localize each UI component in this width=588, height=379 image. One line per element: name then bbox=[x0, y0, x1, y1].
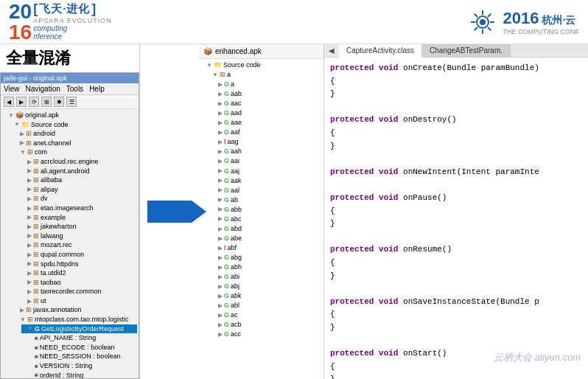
code-line-2: { bbox=[330, 75, 582, 88]
enhanced-tree-root: ▼ ⊞ a ▶Ga ▶Gaab ▶Gaac ▶Gaad ▶Gaae ▶Gaaf … bbox=[200, 70, 322, 339]
pkg-etao: ▶⊞etao.imagesearch bbox=[21, 204, 137, 213]
right-city: 杭州·云 bbox=[542, 14, 575, 27]
item-aal: ▶Gaal bbox=[212, 186, 322, 195]
logo-numbers: 20 16 [ 飞天·进化 ] APSARA EVOLUTION computi… bbox=[9, 1, 112, 43]
code-line-12: { bbox=[330, 205, 582, 218]
tab-change-ab[interactable]: ChangeABTestParam. bbox=[422, 44, 511, 57]
gear-logo-icon bbox=[468, 7, 497, 37]
class-fields: ■API_NAME : String ■NEED_ECODE : boolean… bbox=[21, 333, 137, 378]
code-line-4 bbox=[330, 101, 582, 114]
pkg-example: ▶⊞example bbox=[21, 213, 137, 223]
ide-menu-bar: View Navigation Tools Help bbox=[1, 83, 139, 95]
tree-root: ▼ 📦 original.apk bbox=[2, 111, 137, 120]
main-content: 全量混淆 jade-gui - original.apk View Naviga… bbox=[0, 44, 588, 379]
middle-panel: 📦 enhanced.apk ▼ 📁 Source code ▼ ⊞ a ▶Ga… bbox=[199, 44, 324, 379]
code-line-15: protected void onResume() bbox=[330, 243, 582, 257]
item-aab: ▶Gaab bbox=[212, 89, 322, 99]
selected-class-item[interactable]: ▼ G GetLogisticByOrderRequest bbox=[21, 324, 137, 334]
pkg-alipay: ▶⊞alipay bbox=[21, 185, 137, 195]
pkg-lalwang: ▶⊞lalwang bbox=[21, 232, 137, 241]
bracket-close: ] bbox=[91, 1, 96, 17]
code-line-18 bbox=[330, 282, 582, 296]
field-session: ■NEED_SESSION : boolean bbox=[29, 352, 137, 361]
field-ecode: ■NEED_ECODE : boolean bbox=[29, 343, 137, 352]
logo-text: [ 飞天·进化 ] APSARA EVOLUTION computing nfe… bbox=[33, 1, 112, 41]
pkg-ta: ▶⊞ta.utdid2 bbox=[21, 268, 137, 278]
logo-20: 20 bbox=[9, 1, 32, 22]
tree-source-code: ▼ 📁 Source code ▶⊞android ▶⊞anet.channel… bbox=[2, 120, 137, 378]
item-abg: ▶Gabg bbox=[212, 253, 322, 262]
apk-icon: 📦 bbox=[203, 47, 212, 55]
ide-title-bar: jade-gui - original.apk bbox=[1, 73, 139, 83]
enhanced-apk-header: 📦 enhanced.apk bbox=[199, 44, 323, 59]
item-aag: ▶Iaag bbox=[212, 137, 322, 147]
menu-view[interactable]: View bbox=[4, 85, 20, 93]
field-api: ■API_NAME : String bbox=[29, 333, 137, 343]
code-line-6: { bbox=[330, 127, 582, 140]
item-aai: ▶Gaai bbox=[212, 156, 322, 166]
code-tabs: ◀ CaptureActivity.class ChangeABTestPara… bbox=[324, 44, 588, 58]
ide-content: ▼ 📦 original.apk ▼ 📁 Source code ▶⊞andro… bbox=[1, 109, 139, 378]
right-arrow-icon bbox=[147, 201, 192, 223]
code-line-10 bbox=[330, 178, 582, 192]
code-line-8 bbox=[330, 153, 582, 166]
tab-capture-activity[interactable]: CaptureActivity.class bbox=[339, 44, 422, 58]
ide-window: jade-gui - original.apk View Navigation … bbox=[0, 72, 139, 379]
toolbar-btn-2[interactable]: ▶ bbox=[16, 97, 27, 107]
menu-help[interactable]: Help bbox=[89, 85, 105, 93]
item-abc: ▶Gabc bbox=[212, 215, 322, 224]
toolbar-btn-3[interactable]: ⟳ bbox=[29, 97, 39, 107]
enhanced-tree-panel: ▼ 📁 Source code ▼ ⊞ a ▶Ga ▶Gaab ▶Gaac ▶G… bbox=[199, 59, 323, 379]
item-aaf: ▶Gaaf bbox=[212, 128, 322, 137]
tree-packages: ▶⊞android ▶⊞anet.channel ▼⊞com ▶⊞acrclou… bbox=[8, 129, 137, 378]
code-line-11: protected void onPause() bbox=[330, 192, 582, 205]
item-abk: ▶Gabk bbox=[212, 291, 322, 301]
item-aaj: ▶Gaaj bbox=[212, 167, 322, 176]
computing-text: computing bbox=[33, 24, 112, 32]
pkg-dv: ▶⊞dv bbox=[21, 194, 137, 204]
com-subpackages: ▶⊞acrcloud.rec.engine ▶⊞ali.agent.androi… bbox=[14, 157, 137, 306]
code-line-23: protected void onStart() bbox=[330, 347, 582, 361]
enhanced-apk-label: enhanced.apk bbox=[215, 47, 262, 55]
mtop-subpackages: ▼ G GetLogisticByOrderRequest ■API_NAME … bbox=[14, 324, 137, 378]
menu-navigation[interactable]: Navigation bbox=[26, 85, 60, 93]
item-a: ▶Ga bbox=[212, 80, 322, 89]
code-line-22 bbox=[330, 334, 582, 347]
item-abe: ▶Gabe bbox=[212, 234, 322, 243]
right-conf: THE COMPUTING CONF bbox=[503, 28, 580, 35]
code-line-3: } bbox=[330, 88, 582, 101]
arrow-section bbox=[140, 44, 199, 379]
item-ac: ▶Gac bbox=[212, 310, 322, 320]
conference-text: nference bbox=[33, 32, 112, 41]
page-title: 全量混淆 bbox=[0, 44, 139, 72]
pkg-javax: ▶⊞javax.annotation bbox=[14, 305, 137, 315]
field-version: ■VERSION : String bbox=[29, 361, 137, 371]
tab-arrow[interactable]: ◀ bbox=[324, 44, 339, 57]
menu-tools[interactable]: Tools bbox=[66, 85, 83, 93]
toolbar-btn-1[interactable]: ◀ bbox=[4, 97, 14, 107]
code-line-19: protected void onSaveInstanceState(Bundl… bbox=[330, 296, 582, 309]
field-orderid: ■orderId : String bbox=[29, 371, 137, 378]
code-line-9: protected void onNewIntent(Intent paramI… bbox=[330, 166, 582, 179]
svg-line-7 bbox=[488, 27, 491, 30]
code-content: protected void onCreate(Bundle paramBund… bbox=[324, 58, 588, 379]
code-line-16: { bbox=[330, 257, 582, 270]
pkg-com: ▼⊞com bbox=[14, 147, 137, 157]
toolbar-btn-6[interactable]: ☰ bbox=[66, 97, 77, 107]
code-line-21: } bbox=[330, 321, 582, 335]
ide-tree: ▼ 📦 original.apk ▼ 📁 Source code ▶⊞andro… bbox=[1, 109, 139, 378]
left-panel: 全量混淆 jade-gui - original.apk View Naviga… bbox=[0, 44, 140, 379]
right-year: 2016 bbox=[503, 9, 539, 28]
toolbar-btn-5[interactable]: ✱ bbox=[54, 97, 64, 107]
pkg-alibaba: ▶⊞alibaba bbox=[21, 175, 137, 185]
right-logo-text: 2016 杭州·云 THE COMPUTING CONF bbox=[503, 9, 580, 35]
item-abh: ▶Gabh bbox=[212, 262, 322, 272]
toolbar-btn-4[interactable]: ⊞ bbox=[41, 97, 52, 107]
code-line-7: } bbox=[330, 140, 582, 153]
code-line-24: { bbox=[330, 361, 582, 374]
item-aad: ▶Gaad bbox=[212, 108, 322, 118]
item-acb: ▶Gacb bbox=[212, 320, 322, 330]
pkg-jake: ▶⊞jakewharton bbox=[21, 222, 137, 232]
item-ab: ▶Gab bbox=[212, 195, 322, 205]
logo-16: 16 bbox=[9, 22, 32, 43]
